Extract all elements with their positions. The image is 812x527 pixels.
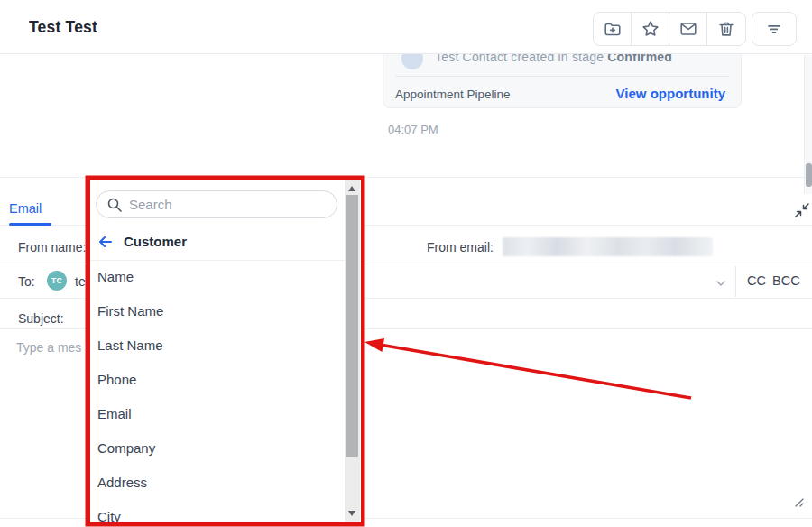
folder-plus-icon (603, 19, 623, 39)
popup-item-last-name[interactable]: Last Name (97, 337, 332, 357)
popup-group-label: Customer (124, 234, 187, 249)
event-timestamp: 04:07 PM (388, 123, 438, 136)
divider (395, 76, 729, 77)
star-icon (641, 19, 660, 39)
from-email-redacted-value (503, 237, 713, 256)
email-button[interactable] (669, 13, 707, 45)
filter-lines-icon (764, 19, 784, 39)
from-name-label: From name: (18, 240, 86, 254)
scroll-up-arrow[interactable] (348, 186, 355, 191)
collapse-panel-button[interactable] (794, 202, 812, 220)
scroll-down-arrow[interactable] (348, 511, 355, 516)
to-recipient-value: te (75, 274, 86, 289)
popup-item-first-name[interactable]: First Name (97, 303, 332, 323)
popup-item-address[interactable]: Address (97, 475, 332, 495)
cc-button[interactable]: CC (747, 273, 766, 288)
view-opportunity-link[interactable]: View opportunity (616, 86, 725, 101)
popup-scrollbar-track[interactable] (345, 180, 360, 522)
divider (90, 260, 345, 261)
popup-item-company[interactable]: Company (97, 440, 332, 460)
envelope-icon (678, 19, 698, 39)
bcc-button[interactable]: BCC (772, 273, 800, 288)
popup-item-city[interactable]: City (97, 509, 332, 525)
resize-grip[interactable] (791, 495, 806, 509)
tab-email[interactable]: Email (9, 201, 42, 216)
feed-scrollbar-thumb[interactable] (806, 163, 812, 187)
popup-item-phone[interactable]: Phone (97, 372, 332, 392)
message-placeholder: Type a mes (16, 340, 81, 355)
popup-scrollbar-thumb[interactable] (346, 195, 358, 457)
add-to-folder-button[interactable] (594, 13, 632, 45)
popup-item-email[interactable]: Email (97, 406, 332, 426)
tab-email-underline (9, 223, 51, 226)
arrow-left-icon (97, 234, 114, 250)
header-action-group (593, 12, 746, 46)
back-button[interactable] (97, 234, 114, 250)
page-header: Test Test (0, 0, 812, 54)
page-title: Test Test (29, 18, 97, 37)
merge-field-popup: Customer Name First Name Last Name Phone… (88, 178, 364, 525)
collapse-arrows-icon (794, 202, 810, 218)
filter-button[interactable] (752, 12, 797, 46)
to-dropdown-chevron-icon[interactable] (714, 276, 728, 291)
star-button[interactable] (632, 13, 669, 45)
from-email-label: From email: (427, 240, 494, 254)
delete-button[interactable] (707, 13, 745, 45)
to-recipient-avatar: TC (47, 271, 67, 291)
pipeline-label: Appointment Pipeline (395, 88, 511, 101)
feed-scrollbar-track[interactable] (804, 55, 812, 194)
popup-search-input[interactable] (96, 190, 337, 218)
trash-icon (716, 19, 736, 39)
to-label: To: (18, 274, 35, 289)
divider (735, 266, 736, 297)
subject-label: Subject: (18, 311, 64, 326)
app-window: Test Contact created in stage Confirmed … (0, 0, 812, 527)
popup-item-name[interactable]: Name (97, 269, 332, 289)
